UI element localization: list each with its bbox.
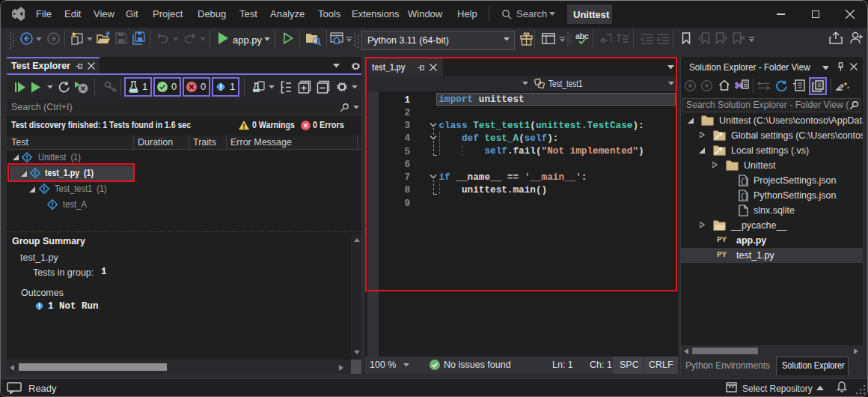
svg-text:{}: {}	[740, 193, 748, 201]
svg-text:{}: {}	[740, 178, 748, 186]
